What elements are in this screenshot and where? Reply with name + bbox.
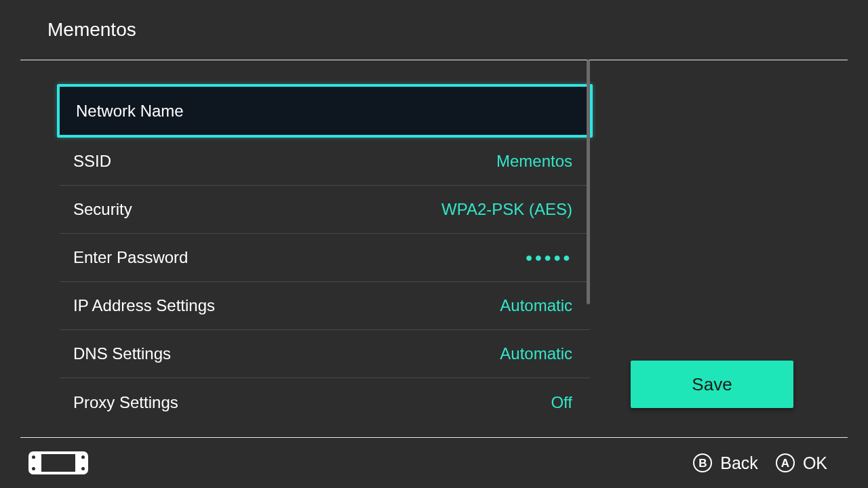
row-ssid[interactable]: SSID Mementos bbox=[60, 138, 590, 186]
row-label: SSID bbox=[73, 152, 111, 171]
row-security[interactable]: Security WPA2-PSK (AES) bbox=[60, 186, 590, 234]
hint-label: OK bbox=[803, 453, 827, 473]
row-label: Enter Password bbox=[73, 248, 188, 267]
row-enter-password[interactable]: Enter Password ●●●●● bbox=[60, 234, 590, 282]
footer: B Back A OK bbox=[0, 438, 868, 488]
settings-list: Network Name SSID Mementos Security WPA2… bbox=[0, 60, 590, 438]
row-value: Mementos bbox=[496, 152, 572, 171]
save-button[interactable]: Save bbox=[631, 361, 793, 408]
side-pane: Save bbox=[590, 60, 868, 438]
hint-label: Back bbox=[720, 453, 758, 473]
row-value: Automatic bbox=[500, 344, 572, 363]
header: Mementos bbox=[0, 0, 868, 60]
b-button-icon: B bbox=[693, 453, 712, 472]
row-value: Off bbox=[551, 393, 572, 412]
hint-back[interactable]: B Back bbox=[693, 453, 758, 473]
content-area: Network Name SSID Mementos Security WPA2… bbox=[0, 60, 868, 438]
row-proxy-settings[interactable]: Proxy Settings Off bbox=[60, 378, 590, 426]
row-ip-address-settings[interactable]: IP Address Settings Automatic bbox=[60, 282, 590, 330]
row-label: DNS Settings bbox=[73, 344, 171, 363]
row-label: Security bbox=[73, 200, 132, 219]
row-label: IP Address Settings bbox=[73, 296, 215, 315]
controller-icon bbox=[28, 451, 88, 474]
row-label: Network Name bbox=[76, 102, 184, 121]
row-network-name[interactable]: Network Name bbox=[57, 84, 593, 138]
row-value: ●●●●● bbox=[526, 251, 572, 265]
row-value: Automatic bbox=[500, 296, 572, 315]
a-button-icon: A bbox=[776, 453, 795, 472]
row-dns-settings[interactable]: DNS Settings Automatic bbox=[60, 330, 590, 378]
page-title: Mementos bbox=[47, 19, 136, 41]
row-label: Proxy Settings bbox=[73, 393, 178, 412]
hint-ok[interactable]: A OK bbox=[776, 453, 827, 473]
row-value: WPA2-PSK (AES) bbox=[441, 200, 572, 219]
